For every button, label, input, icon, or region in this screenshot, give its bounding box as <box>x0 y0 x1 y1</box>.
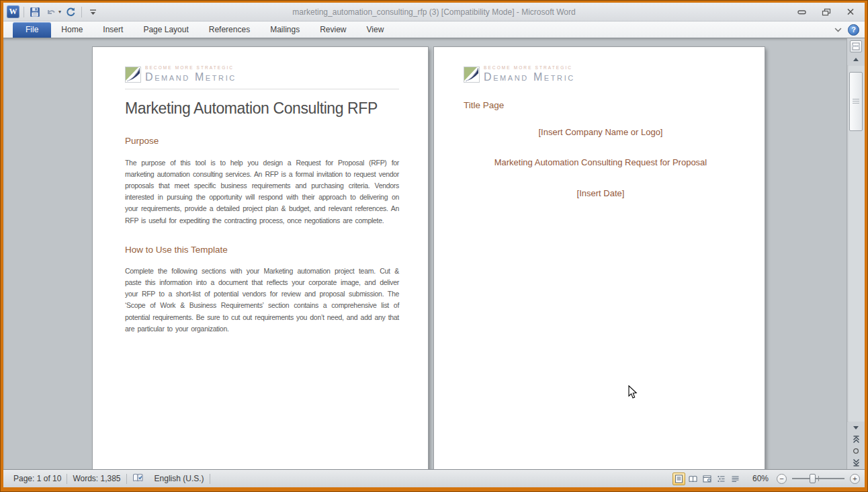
screenshot-frame: W ▾ marketing_automation_consulting_rfp … <box>0 0 868 492</box>
demand-metric-logo: Become More Strategic Demand Metric <box>464 66 738 83</box>
section-body-purpose: The purpose of this tool is to help you … <box>125 157 399 227</box>
logo-tagline: Become More Strategic <box>145 66 236 71</box>
separator <box>24 7 24 17</box>
print-layout-view-icon[interactable] <box>672 473 685 485</box>
ribbon-tab-row: File Home Insert Page Layout References … <box>3 22 865 38</box>
tab-references[interactable]: References <box>199 22 260 38</box>
demand-metric-logo: Become More Strategic Demand Metric <box>125 66 399 83</box>
previous-page-icon[interactable] <box>849 434 863 445</box>
outline-view-icon[interactable] <box>715 473 728 485</box>
minimize-icon[interactable] <box>793 7 811 17</box>
scrollbar-thumb[interactable] <box>849 72 863 131</box>
tab-review[interactable]: Review <box>310 22 356 38</box>
zoom-slider-center-tick <box>818 476 819 481</box>
word-window: W ▾ marketing_automation_consulting_rfp … <box>3 3 865 487</box>
full-screen-reading-view-icon[interactable] <box>687 473 699 485</box>
zoom-slider[interactable] <box>792 473 844 484</box>
document-page-1[interactable]: Become More Strategic Demand Metric Mark… <box>93 47 428 469</box>
quick-access-toolbar: W ▾ <box>3 5 99 19</box>
web-layout-view-icon[interactable] <box>701 473 713 485</box>
scroll-down-icon[interactable] <box>849 422 863 434</box>
close-icon[interactable] <box>842 7 859 17</box>
zoom-out-icon[interactable]: − <box>777 474 787 484</box>
proposal-title-line: Marketing Automation Consulting Request … <box>464 157 738 167</box>
zoom-level[interactable]: 60% <box>750 474 774 483</box>
word-application-icon[interactable]: W <box>7 5 19 18</box>
document-workspace: Become More Strategic Demand Metric Mark… <box>3 38 865 469</box>
save-icon[interactable] <box>28 5 42 19</box>
view-ruler-toggle-icon[interactable] <box>850 40 862 52</box>
draft-view-icon[interactable] <box>729 473 742 485</box>
scroll-up-icon[interactable] <box>849 54 863 65</box>
separator <box>210 474 210 484</box>
section-heading-how-to-use: How to Use this Template <box>125 245 399 255</box>
help-icon[interactable]: ? <box>848 24 859 36</box>
tab-insert[interactable]: Insert <box>93 22 133 38</box>
demand-metric-logo-icon <box>125 67 141 83</box>
placeholder-company-name: [Insert Company Name or Logo] <box>464 127 738 137</box>
window-controls <box>793 7 865 17</box>
undo-icon[interactable] <box>44 5 58 19</box>
logo-tagline: Become More Strategic <box>484 66 575 71</box>
logo-name: Demand Metric <box>484 72 575 83</box>
tab-file[interactable]: File <box>13 22 51 38</box>
tab-home[interactable]: Home <box>51 22 93 38</box>
tab-page-layout[interactable]: Page Layout <box>133 22 198 38</box>
scrollbar-track[interactable] <box>847 65 865 422</box>
section-body-how-to-use: Complete the following sections with you… <box>125 265 399 335</box>
customize-quick-access-toolbar-icon[interactable] <box>86 5 99 19</box>
tab-view[interactable]: View <box>357 22 394 38</box>
vertical-scrollbar <box>847 38 865 469</box>
logo-name: Demand Metric <box>145 72 236 83</box>
document-page-2[interactable]: Become More Strategic Demand Metric Titl… <box>434 47 765 469</box>
redo-icon[interactable] <box>64 5 77 19</box>
section-heading-title-page: Title Page <box>464 100 738 110</box>
separator <box>81 7 82 17</box>
spellcheck-icon[interactable] <box>127 473 149 485</box>
view-mode-buttons <box>672 473 742 485</box>
zoom-in-icon[interactable]: + <box>850 474 860 484</box>
page-indicator[interactable]: Page: 1 of 10 <box>8 474 67 483</box>
document-title: Marketing Automation Consulting RFP <box>125 99 399 118</box>
tab-mailings[interactable]: Mailings <box>260 22 310 38</box>
language-indicator[interactable]: English (U.S.) <box>149 474 210 483</box>
section-heading-purpose: Purpose <box>125 136 399 146</box>
word-count[interactable]: Words: 1,385 <box>67 474 126 483</box>
expand-ribbon-chevron-icon[interactable] <box>834 24 842 36</box>
header-rule <box>125 89 399 89</box>
next-page-icon[interactable] <box>849 456 863 468</box>
restore-icon[interactable] <box>818 7 835 17</box>
title-bar: W ▾ marketing_automation_consulting_rfp … <box>3 3 865 22</box>
undo-dropdown-icon[interactable]: ▾ <box>58 9 61 15</box>
select-browse-object-icon[interactable] <box>849 445 863 456</box>
status-bar: Page: 1 of 10 Words: 1,385 English (U.S.… <box>3 469 865 487</box>
zoom-slider-thumb[interactable] <box>810 474 816 483</box>
placeholder-date: [Insert Date] <box>464 188 738 198</box>
page-navigation-cluster <box>849 434 863 469</box>
window-title: marketing_automation_consulting_rfp (3) … <box>3 7 865 17</box>
demand-metric-logo-icon <box>464 67 480 83</box>
